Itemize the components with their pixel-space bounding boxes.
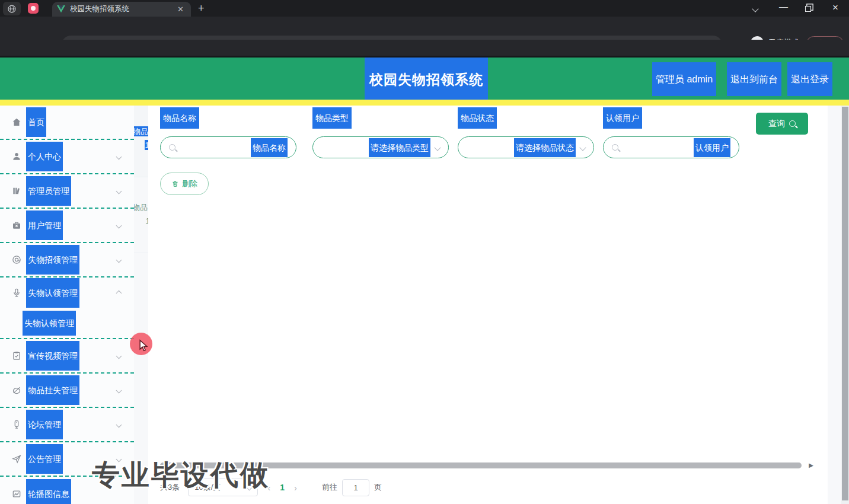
user-icon [11, 151, 22, 162]
pinned-tab-icon[interactable] [28, 3, 39, 14]
admin-user-label: 管理员 admin [652, 74, 716, 86]
search-icon [169, 144, 175, 151]
browser-tab[interactable]: 校园失物招领系统 ✕ [52, 2, 191, 17]
filter-label: 物品状态 [458, 107, 497, 129]
exit-to-front-button[interactable]: 退出到前台 [727, 74, 781, 86]
microphone-icon [11, 288, 22, 298]
mouse-cursor-icon [138, 339, 149, 352]
filter-item-status: 物品状态 请选择物品状态 [458, 113, 594, 123]
watermark-text: 专业毕设代做 [92, 457, 270, 494]
cursor-highlight [130, 333, 152, 355]
select-placeholder: 请选择物品类型 [369, 138, 430, 157]
globe-icon [7, 4, 17, 14]
sidebar-subitem-claim-mgmt[interactable]: 失物认领管理 [0, 308, 134, 339]
sidebar-item-video-mgmt[interactable]: 宣传视频管理 [0, 339, 134, 374]
goto-page-input[interactable]: 1 [342, 479, 369, 496]
window-restore-button[interactable] [805, 4, 811, 14]
vscroll-thumb[interactable] [842, 107, 848, 500]
sidebar-item-report-loss-mgmt[interactable]: 物品挂失管理 [0, 374, 134, 408]
filter-label: 物品类型 [312, 107, 352, 129]
item-name-input[interactable]: 物品名称 [160, 136, 296, 158]
chevron-down-icon [116, 257, 122, 263]
goto-label: 前往 [322, 482, 337, 493]
chevron-down-icon [579, 144, 586, 151]
logout-button[interactable]: 退出登录 [787, 74, 832, 86]
sidebar-nav: 首页 个人中心 管理员管理 用户管理 失物招领管理 失物认领管理 失物认领管理 … [0, 106, 134, 504]
watermark-blob [681, 335, 747, 365]
page-title: 校园失物招领系统 [365, 71, 488, 89]
library-icon [11, 186, 22, 196]
hscroll-right-arrow[interactable]: ▶ [809, 462, 813, 468]
sidebar-item-profile[interactable]: 个人中心 [0, 140, 134, 174]
chevron-up-icon [116, 290, 122, 296]
sidebar-item-admin-mgmt[interactable]: 管理员管理 [0, 174, 134, 209]
input-placeholder: 认领用户 [694, 138, 730, 157]
sidebar-item-home[interactable]: 首页 [0, 106, 134, 140]
select-placeholder: 请选择物品状态 [514, 138, 576, 157]
chevron-down-icon [434, 144, 441, 151]
new-tab-button[interactable]: + [198, 2, 205, 15]
sidebar-item-lost-found-mgmt[interactable]: 失物招领管理 [0, 243, 134, 277]
chevron-down-icon [116, 154, 122, 160]
claim-user-input[interactable]: 认领用户 [603, 136, 739, 158]
slash-circle-icon [11, 385, 22, 395]
content-panel [148, 106, 828, 504]
item-status-select[interactable]: 请选择物品状态 [458, 136, 594, 158]
window-menu-chevron-icon[interactable] [753, 3, 758, 13]
chevron-down-icon [116, 188, 122, 194]
search-icon [612, 144, 618, 151]
trash-icon [171, 180, 179, 188]
search-icon [789, 120, 796, 127]
chevron-down-icon [116, 422, 122, 428]
vue-logo-icon [57, 5, 65, 13]
filter-item-type: 物品类型 请选择物品类型 [312, 113, 449, 123]
clipboard-check-icon [11, 350, 22, 361]
delete-button[interactable]: 删除 [160, 173, 209, 195]
at-circle-icon [11, 254, 22, 265]
current-page[interactable]: 1 [280, 483, 285, 492]
sidebar-item-forum-mgmt[interactable]: 论坛管理 [0, 408, 134, 442]
input-placeholder: 物品名称 [251, 138, 288, 157]
selection-divider-bar [0, 100, 849, 106]
browser-tab-strip: 校园失物招领系统 ✕ + — × [0, 0, 849, 17]
window-minimize-button[interactable]: — [779, 1, 788, 11]
tab-title: 校园失物招领系统 [70, 4, 175, 14]
item-type-select[interactable]: 请选择物品类型 [312, 136, 449, 158]
chevron-down-icon [116, 353, 122, 359]
filter-label: 物品名称 [160, 107, 199, 129]
browser-extension-button[interactable] [3, 2, 21, 15]
home-icon [11, 117, 22, 127]
sidebar-item-claim-mgmt[interactable]: 失物认领管理 [0, 277, 134, 308]
filter-item-name: 物品名称 物品名称 [160, 113, 296, 123]
image-chart-icon [11, 489, 22, 499]
tab-close-icon[interactable]: ✕ [175, 5, 186, 14]
briefcase-x-icon [11, 220, 22, 231]
page-unit-label: 页 [374, 482, 382, 493]
filter-claim-user: 认领用户 认领用户 [603, 113, 739, 123]
watermark-blob [744, 347, 769, 363]
screen: 校园失物招领系统 ✕ + — × ← → i localhost:8080/xi… [0, 0, 849, 504]
filter-label: 认领用户 [603, 107, 642, 129]
search-button[interactable]: 查询 [756, 113, 808, 135]
vertical-scrollbar[interactable] [841, 106, 849, 504]
sidebar-item-user-mgmt[interactable]: 用户管理 [0, 209, 134, 243]
browser-toolbar: ← → i localhost:8080/xiaoyuansiwuzhaolin… [0, 17, 849, 40]
chevron-down-icon [116, 222, 122, 228]
next-page-button[interactable]: › [294, 483, 297, 493]
chevron-down-icon [116, 387, 122, 393]
bookmarks-bar: 资料 常用 其他书签 阅读清单 [0, 40, 849, 56]
window-close-button[interactable]: × [832, 2, 838, 14]
phone-mic-icon [11, 419, 22, 430]
send-icon [11, 454, 22, 464]
